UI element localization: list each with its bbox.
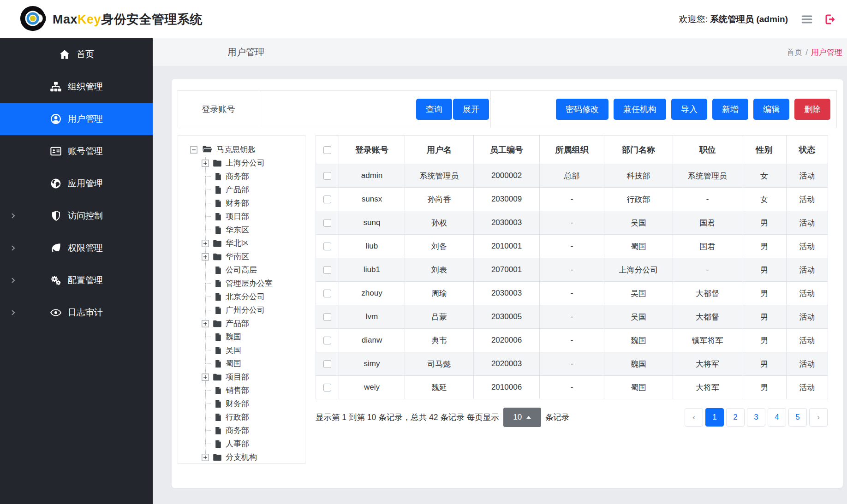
row-checkbox[interactable] <box>323 172 331 180</box>
table-cell: 活动 <box>787 305 828 329</box>
tree-node-label: 华北区 <box>226 239 249 247</box>
tree-node[interactable]: 产品部 <box>178 317 305 330</box>
tree-node[interactable]: 商务部 <box>178 170 305 183</box>
sidebar-item-access-control[interactable]: 访问控制 <box>0 200 153 232</box>
sidebar-item-label: 权限管理 <box>68 242 103 254</box>
maxkey-app: MaxKey身份安全管理系统 欢迎您: 系统管理员 (admin) 首页 组织管… <box>0 0 847 504</box>
tree-node[interactable]: 北京分公司 <box>178 290 305 303</box>
menu-toggle-icon[interactable] <box>800 12 814 26</box>
top-header: MaxKey身份安全管理系统 欢迎您: 系统管理员 (admin) <box>0 0 847 38</box>
folder-icon <box>213 453 222 462</box>
row-checkbox[interactable] <box>323 360 331 368</box>
plus-square-icon[interactable] <box>202 240 209 247</box>
login-account-input[interactable] <box>259 91 416 128</box>
sidebar-item-config-management[interactable]: 配置管理 <box>0 264 153 296</box>
sidebar-item-account-management[interactable]: 账号管理 <box>0 135 153 167</box>
plus-square-icon[interactable] <box>202 160 209 167</box>
pager-next[interactable]: › <box>809 408 828 427</box>
plus-square-icon[interactable] <box>202 253 209 261</box>
table-cell: - <box>540 188 604 211</box>
page-title: 用户管理 <box>227 46 264 59</box>
sidebar-item-app-management[interactable]: 应用管理 <box>0 167 153 200</box>
logout-icon[interactable] <box>824 13 837 26</box>
tree-node[interactable]: 华北区 <box>178 237 305 250</box>
file-icon <box>215 400 222 408</box>
pager-page-4[interactable]: 4 <box>768 408 786 427</box>
sidebar-item-user-management[interactable]: 用户管理 <box>0 103 153 135</box>
plus-square-icon[interactable] <box>202 320 209 327</box>
table-row[interactable]: liub刘备2010001-蜀国国君男活动 <box>316 235 828 258</box>
expand-button[interactable]: 展开 <box>453 99 489 120</box>
row-checkbox[interactable] <box>323 196 331 203</box>
tree-node[interactable]: 项目部 <box>178 210 305 223</box>
table-row[interactable]: zhouy周瑜2030003-吴国大都督男活动 <box>316 282 828 305</box>
plus-square-icon[interactable] <box>202 454 209 461</box>
row-checkbox[interactable] <box>323 313 331 321</box>
pager-page-2[interactable]: 2 <box>726 408 745 427</box>
tree-node[interactable]: 项目部 <box>178 370 305 384</box>
tree-node[interactable]: 华南区 <box>178 250 305 263</box>
tree-node[interactable]: 马克思钥匙 <box>178 143 305 156</box>
tree-node[interactable]: 蜀国 <box>178 357 305 370</box>
table-row[interactable]: weiy魏延2010006-蜀国大将军男活动 <box>316 376 828 399</box>
tree-node[interactable]: 财务部 <box>178 196 305 210</box>
tree-node[interactable]: 吴国 <box>178 344 305 357</box>
table-row[interactable]: simy司马懿2020003-魏国大将军男活动 <box>316 352 828 376</box>
table-row[interactable]: sunsx孙尚香2030009-行政部-女活动 <box>316 188 828 211</box>
select-all-checkbox[interactable] <box>323 146 331 154</box>
row-checkbox[interactable] <box>323 219 331 227</box>
pager-page-3[interactable]: 3 <box>747 408 765 427</box>
file-icon <box>215 199 222 208</box>
tree-node-label: 北京分公司 <box>226 293 265 301</box>
table-body: admin系统管理员2000002总部科技部系统管理员女活动sunsx孙尚香20… <box>316 164 828 399</box>
password-modify-button[interactable]: 密码修改 <box>556 99 608 120</box>
table-row[interactable]: lvm吕蒙2030005-吴国大都督男活动 <box>316 305 828 329</box>
table-cell: 大都督 <box>673 305 742 329</box>
sidebar-item-log-audit[interactable]: 日志审计 <box>0 296 153 329</box>
breadcrumb-home[interactable]: 首页 <box>787 48 802 57</box>
row-checkbox[interactable] <box>323 384 331 391</box>
tree-node[interactable]: 财务部 <box>178 397 305 410</box>
table-cell: 2020003 <box>474 352 540 376</box>
sidebar-item-home[interactable]: 首页 <box>0 38 153 71</box>
column-header: 用户名 <box>405 136 474 164</box>
row-checkbox[interactable] <box>323 266 331 274</box>
tree-node[interactable]: 行政部 <box>178 410 305 424</box>
tree-node[interactable]: 魏国 <box>178 330 305 344</box>
pager-page-1[interactable]: 1 <box>705 408 724 427</box>
pager-page-5[interactable]: 5 <box>788 408 807 427</box>
table-cell: 周瑜 <box>405 282 474 305</box>
delete-button[interactable]: 删除 <box>794 99 830 120</box>
table-row[interactable]: liub1刘表2070001-上海分公司-男活动 <box>316 258 828 282</box>
tree-node[interactable]: 上海分公司 <box>178 156 305 170</box>
concurrent-org-button[interactable]: 兼任机构 <box>614 99 666 120</box>
row-checkbox[interactable] <box>323 243 331 250</box>
minus-square-icon[interactable] <box>190 146 197 154</box>
sidebar-item-org-management[interactable]: 组织管理 <box>0 71 153 103</box>
tree-node[interactable]: 广州分公司 <box>178 303 305 317</box>
tree-node[interactable]: 商务部 <box>178 424 305 437</box>
table-row[interactable]: dianw典韦2020006-魏国镇军将军男活动 <box>316 329 828 352</box>
sidebar-item-permission-management[interactable]: 权限管理 <box>0 232 153 264</box>
import-button[interactable]: 导入 <box>671 99 707 120</box>
tree-node[interactable]: 人事部 <box>178 437 305 451</box>
tree-node[interactable]: 公司高层 <box>178 263 305 277</box>
add-button[interactable]: 新增 <box>712 99 748 120</box>
tree-node[interactable]: 产品部 <box>178 183 305 196</box>
tree-node[interactable]: 管理层办公室 <box>178 277 305 290</box>
file-icon <box>215 279 222 288</box>
tree-node[interactable]: 华东区 <box>178 223 305 237</box>
table-row[interactable]: admin系统管理员2000002总部科技部系统管理员女活动 <box>316 164 828 188</box>
page-size-select[interactable]: 10 <box>503 408 541 427</box>
tree-node[interactable]: 销售部 <box>178 384 305 397</box>
pager-prev[interactable]: ‹ <box>685 408 703 427</box>
row-checkbox[interactable] <box>323 290 331 297</box>
plus-square-icon[interactable] <box>202 374 209 381</box>
query-button[interactable]: 查询 <box>416 99 452 120</box>
tree-node[interactable]: 分支机构 <box>178 451 305 464</box>
edit-button[interactable]: 编辑 <box>753 99 789 120</box>
column-header: 状态 <box>787 136 828 164</box>
table-row[interactable]: sunq孙权2030003-吴国国君男活动 <box>316 211 828 235</box>
content-card: 登录账号 查询 展开 密码修改兼任机构导入新增编辑删除 马克思钥匙 <box>172 79 843 488</box>
row-checkbox[interactable] <box>323 337 331 344</box>
